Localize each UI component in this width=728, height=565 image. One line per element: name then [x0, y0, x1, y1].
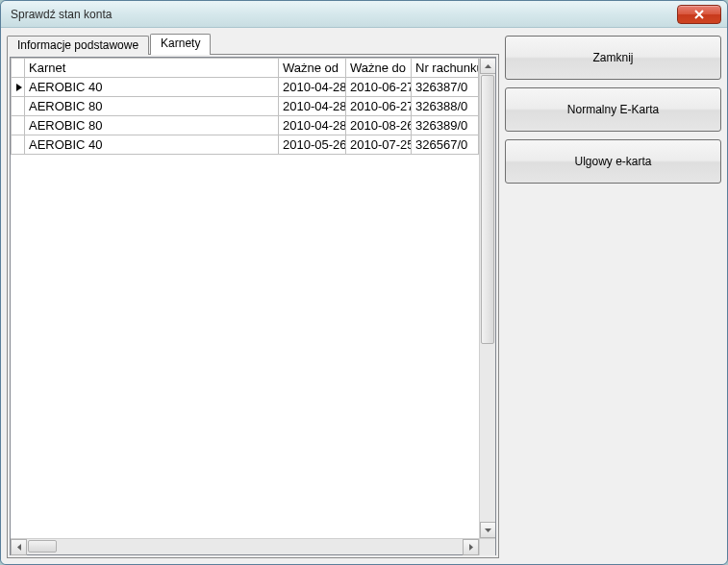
vscroll-thumb[interactable]	[481, 75, 494, 344]
header-wazne-od[interactable]: Ważne od	[279, 59, 346, 78]
horizontal-scrollbar[interactable]	[11, 538, 495, 554]
vertical-scrollbar[interactable]	[479, 58, 495, 538]
normal-ekarta-label: Normalny E-Karta	[567, 103, 659, 116]
cell-nr: 326389/0	[412, 116, 479, 135]
header-wazne-do[interactable]: Ważne do	[346, 59, 412, 78]
cell-wazne-do: 2010-06-27	[346, 97, 412, 116]
table-header-row: Karnet Ważne od Ważne do Nr rachunku	[12, 59, 479, 78]
cell-wazne-do: 2010-08-26	[346, 116, 412, 135]
close-icon	[694, 10, 704, 19]
tab-strip: Informacje podstawowe Karnety	[7, 34, 499, 55]
hscroll-track[interactable]	[27, 539, 463, 554]
karnety-table[interactable]: Karnet Ważne od Ważne do Nr rachunku	[11, 58, 479, 155]
row-indicator	[12, 135, 25, 155]
table-row[interactable]: AEROBIC 40 2010-04-28 2010-06-27 326387/…	[12, 78, 479, 97]
cell-karnet: AEROBIC 80	[25, 97, 279, 116]
chevron-left-icon	[17, 544, 21, 551]
tab-karnety[interactable]: Karnety	[150, 34, 211, 55]
scrollbar-corner	[479, 539, 495, 555]
scroll-right-button[interactable]	[463, 539, 479, 555]
scroll-left-button[interactable]	[11, 539, 27, 555]
table-row[interactable]: AEROBIC 80 2010-04-28 2010-08-26 326389/…	[12, 116, 479, 135]
row-indicator	[12, 78, 25, 97]
window-close-button[interactable]	[677, 5, 721, 24]
right-pane: Zamknij Normalny E-Karta Ulgowy e-karta	[505, 34, 721, 558]
cell-nr: 326388/0	[412, 97, 479, 116]
vscroll-track[interactable]	[480, 74, 495, 522]
discount-ekarta-button[interactable]: Ulgowy e-karta	[505, 139, 721, 184]
window-title: Sprawdź stan konta	[11, 8, 677, 21]
header-rowselector	[12, 59, 25, 78]
cell-wazne-do: 2010-06-27	[346, 78, 412, 97]
table-row[interactable]: AEROBIC 40 2010-05-26 2010-07-25 326567/…	[12, 135, 479, 155]
close-button[interactable]: Zamknij	[505, 36, 721, 80]
chevron-up-icon	[485, 64, 491, 68]
header-karnet[interactable]: Karnet	[25, 59, 279, 78]
cell-nr: 326567/0	[412, 135, 479, 155]
discount-ekarta-label: Ulgowy e-karta	[574, 155, 651, 168]
tabpage-karnety: Karnet Ważne od Ważne do Nr rachunku	[7, 54, 499, 558]
cell-wazne-od: 2010-04-28	[279, 116, 346, 135]
chevron-right-icon	[469, 544, 473, 551]
tab-basic-info[interactable]: Informacje podstawowe	[7, 36, 149, 55]
scroll-down-button[interactable]	[480, 522, 495, 538]
table-row[interactable]: AEROBIC 80 2010-04-28 2010-06-27 326388/…	[12, 97, 479, 116]
client-area: Informacje podstawowe Karnety	[1, 28, 727, 564]
grid-container: Karnet Ważne od Ważne do Nr rachunku	[10, 57, 496, 555]
cell-wazne-od: 2010-04-28	[279, 97, 346, 116]
cell-wazne-do: 2010-07-25	[346, 135, 412, 155]
left-pane: Informacje podstawowe Karnety	[7, 34, 499, 558]
titlebar[interactable]: Sprawdź stan konta	[1, 1, 727, 28]
account-status-window: Sprawdź stan konta Informacje podstawowe…	[0, 0, 728, 565]
cell-nr: 326387/0	[412, 78, 479, 97]
cell-karnet: AEROBIC 40	[25, 78, 279, 97]
scroll-up-button[interactable]	[480, 58, 495, 74]
cell-wazne-od: 2010-04-28	[279, 78, 346, 97]
chevron-down-icon	[485, 528, 491, 532]
close-button-label: Zamknij	[592, 51, 633, 64]
cell-karnet: AEROBIC 80	[25, 116, 279, 135]
header-nr-rachunku[interactable]: Nr rachunku	[412, 59, 479, 78]
row-indicator	[12, 97, 25, 116]
normal-ekarta-button[interactable]: Normalny E-Karta	[505, 87, 721, 132]
row-indicator	[12, 116, 25, 135]
cell-wazne-od: 2010-05-26	[279, 135, 346, 155]
current-row-icon	[15, 83, 23, 92]
cell-karnet: AEROBIC 40	[25, 135, 279, 155]
hscroll-thumb[interactable]	[28, 540, 57, 553]
